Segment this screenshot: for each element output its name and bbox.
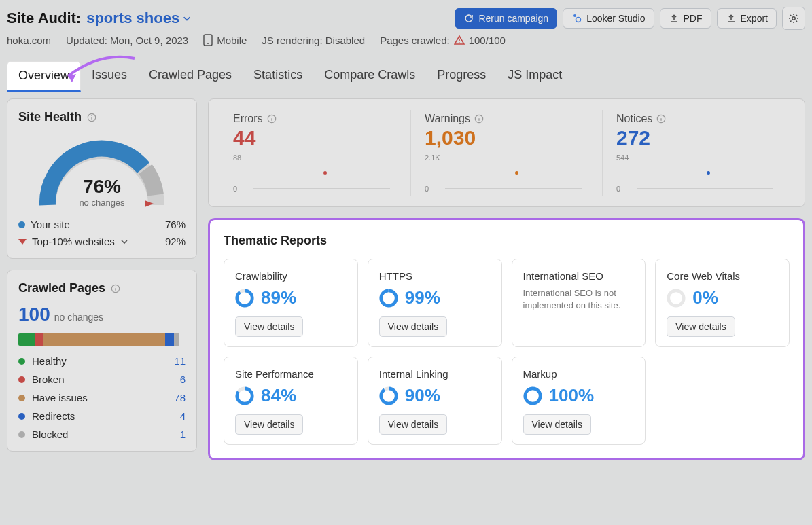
chevron-down-icon <box>182 14 192 23</box>
site-health-title: Site Health <box>18 110 82 124</box>
tab-js-impact[interactable]: JS Impact <box>497 61 573 92</box>
report-title: HTTPS <box>379 270 491 282</box>
view-details-button[interactable]: View details <box>235 414 303 435</box>
crawled-sub: no changes <box>54 312 103 323</box>
report-percent: 90% <box>405 385 440 406</box>
upload-icon <box>669 13 679 24</box>
meta-js: JS rendering: Disabled <box>262 35 365 46</box>
warning-icon <box>454 35 465 46</box>
status-dot <box>18 395 25 401</box>
tab-crawled-pages[interactable]: Crawled Pages <box>138 61 243 92</box>
svg-point-1 <box>576 18 581 22</box>
crawled-count: 100 <box>18 304 50 325</box>
bar-segment <box>165 333 173 346</box>
info-icon[interactable] <box>474 114 484 124</box>
bar-segment <box>18 333 35 346</box>
report-title: Markup <box>523 368 635 380</box>
info-icon[interactable] <box>656 114 666 124</box>
crawled-bar <box>18 333 186 346</box>
report-title: Crawlability <box>235 270 347 282</box>
bar-segment <box>35 333 43 346</box>
status-dot <box>18 376 25 383</box>
donut-icon <box>379 386 398 405</box>
mobile-icon <box>203 34 213 46</box>
view-details-button[interactable]: View details <box>667 316 735 337</box>
svg-point-22 <box>661 117 662 117</box>
list-item[interactable]: Healthy11 <box>18 355 186 367</box>
stat-notices[interactable]: Notices 272 544 0 <box>603 110 794 196</box>
list-item[interactable]: Have issues78 <box>18 392 186 403</box>
svg-point-2 <box>792 17 795 20</box>
meta-crawled: Pages crawled: 100/100 <box>380 35 506 46</box>
crawled-pages-card: Crawled Pages 100 no changes Healthy11Br… <box>7 270 197 452</box>
list-item[interactable]: Blocked1 <box>18 429 186 440</box>
header: Site Audit: sports shoes Rerun campaign … <box>0 0 812 92</box>
report-title: Internal Linking <box>379 368 491 380</box>
svg-point-4 <box>207 43 209 44</box>
chevron-down-icon <box>120 238 128 246</box>
legend-top-sites[interactable]: Top-10% websites 92% <box>18 236 186 247</box>
warnings-sparkline: 2.1K 0 <box>425 153 588 193</box>
project-selector[interactable]: sports shoes <box>86 10 192 27</box>
report-percent: 99% <box>405 287 440 308</box>
tab-statistics[interactable]: Statistics <box>243 61 313 92</box>
export-button[interactable]: Export <box>717 8 777 29</box>
tabs: OverviewIssuesCrawled PagesStatisticsCom… <box>7 61 805 92</box>
svg-point-13 <box>115 286 116 287</box>
tab-issues[interactable]: Issues <box>81 61 138 92</box>
bar-segment <box>174 333 179 346</box>
svg-point-24 <box>237 290 252 305</box>
tab-compare-crawls[interactable]: Compare Crawls <box>313 61 426 92</box>
triangle-down-icon <box>18 239 27 245</box>
meta-device: Mobile <box>203 34 247 46</box>
stat-warnings[interactable]: Warnings 1,030 2.1K 0 <box>411 110 603 196</box>
meta-domain: hoka.com <box>7 35 51 46</box>
status-dot <box>18 431 25 438</box>
donut-icon <box>379 289 398 308</box>
report-https: HTTPS99%View details <box>368 259 502 347</box>
report-percent: 0% <box>692 287 718 308</box>
view-details-button[interactable]: View details <box>235 316 303 337</box>
view-details-button[interactable]: View details <box>523 414 591 435</box>
report-percent: 100% <box>549 385 595 406</box>
svg-point-26 <box>381 290 396 305</box>
looker-label: Looker Studio <box>586 13 645 24</box>
looker-button[interactable]: Looker Studio <box>563 8 654 29</box>
refresh-icon <box>463 13 474 24</box>
info-icon[interactable] <box>111 284 120 293</box>
rerun-button[interactable]: Rerun campaign <box>455 8 557 29</box>
gauge-sub: no changes <box>34 198 170 208</box>
project-name: sports shoes <box>86 10 179 27</box>
tab-progress[interactable]: Progress <box>426 61 497 92</box>
svg-point-19 <box>478 117 479 117</box>
page-title: Site Audit: <box>7 10 81 27</box>
svg-point-9 <box>91 115 92 115</box>
pdf-button[interactable]: PDF <box>660 8 711 29</box>
tab-overview[interactable]: Overview <box>7 61 81 92</box>
status-dot <box>18 358 25 365</box>
site-health-card: Site Health 76% no changes Your <box>7 98 197 259</box>
report-percent: 89% <box>261 287 296 308</box>
list-item[interactable]: Broken6 <box>18 374 186 385</box>
legend-your-site: Your site 76% <box>18 219 186 230</box>
thematic-reports-card: Thematic Reports Crawlability89%View det… <box>208 218 805 460</box>
notices-value: 272 <box>616 126 780 149</box>
report-core-web-vitals: Core Web Vitals0%View details <box>655 259 790 347</box>
report-note: International SEO is not implemented on … <box>523 287 635 312</box>
errors-sparkline: 88 0 <box>233 153 397 193</box>
report-internal-linking: Internal Linking90%View details <box>368 357 502 445</box>
info-icon[interactable] <box>87 113 96 122</box>
list-item[interactable]: Redirects4 <box>18 410 186 422</box>
svg-point-34 <box>525 388 540 403</box>
view-details-button[interactable]: View details <box>379 414 447 435</box>
donut-icon <box>667 289 686 308</box>
rerun-label: Rerun campaign <box>478 13 548 24</box>
info-icon[interactable] <box>267 114 277 124</box>
view-details-button[interactable]: View details <box>379 316 447 337</box>
stat-errors[interactable]: Errors 44 88 0 <box>219 110 411 196</box>
settings-button[interactable] <box>782 7 805 30</box>
svg-point-32 <box>381 388 396 403</box>
svg-point-0 <box>573 14 576 17</box>
warnings-value: 1,030 <box>425 126 588 149</box>
thematic-title: Thematic Reports <box>224 234 790 248</box>
